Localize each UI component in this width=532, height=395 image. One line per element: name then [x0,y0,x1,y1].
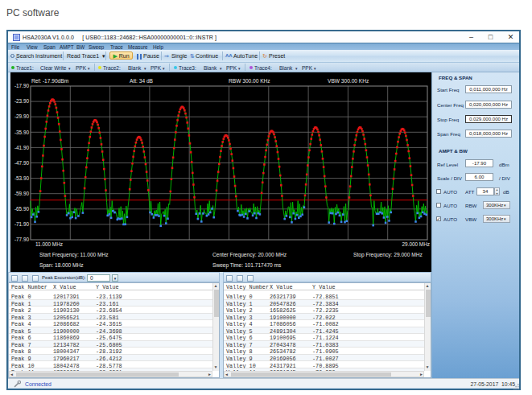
svg-text:-71.90: -71.90 [14,221,30,227]
svg-text:-41.90: -41.90 [14,145,30,150]
svg-text:-35.90: -35.90 [14,130,30,135]
svg-text:-53.90: -53.90 [14,175,30,181]
svg-text:Span: 18.000 MHz: Span: 18.000 MHz [39,262,84,269]
svg-text:-77.90: -77.90 [14,237,30,242]
svg-text:-59.90: -59.90 [14,191,30,196]
svg-text:-17.90: -17.90 [14,83,30,88]
svg-text:Center Frequency: 20.000 MHz: Center Frequency: 20.000 MHz [212,252,287,258]
svg-text:Stop Frequency: 29.000 MHz: Stop Frequency: 29.000 MHz [353,252,423,258]
svg-text:-29.90: -29.90 [14,113,30,119]
svg-text:-23.90: -23.90 [14,98,30,104]
svg-text:11.000 MHz: 11.000 MHz [35,241,63,247]
svg-text:-47.90: -47.90 [14,160,30,166]
svg-text:VBW 300.00 KHz: VBW 300.00 KHz [328,78,369,84]
svg-text:29.000 MHz: 29.000 MHz [402,241,430,247]
svg-text:Start Frequency: 11.000 MHz: Start Frequency: 11.000 MHz [39,252,109,258]
svg-text:RBW 300.00 KHz: RBW 300.00 KHz [229,78,270,84]
svg-text:Ref: -17.90dBm: Ref: -17.90dBm [31,78,69,84]
svg-text:Att: 34 dB: Att: 34 dB [130,78,154,84]
svg-text:-65.90: -65.90 [14,206,30,212]
svg-text:Sweep Time: 101.717470 ms: Sweep Time: 101.717470 ms [212,262,282,269]
